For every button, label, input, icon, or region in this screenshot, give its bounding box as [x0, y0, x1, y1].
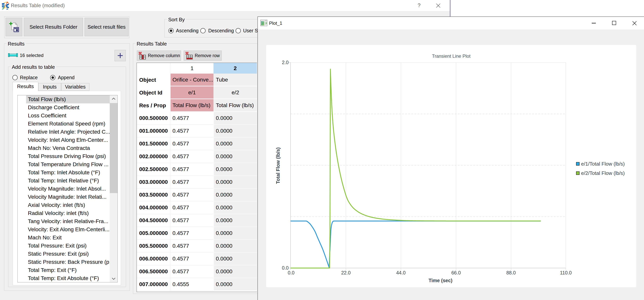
svg-text:e/1/Total Flow (lb/s): e/1/Total Flow (lb/s): [581, 161, 625, 167]
svg-text:Time (sec): Time (sec): [428, 278, 452, 283]
svg-text:e/2/Total Flow (lb/s): e/2/Total Flow (lb/s): [581, 170, 625, 176]
svg-text:2.0: 2.0: [282, 60, 288, 65]
svg-text:66.0: 66.0: [452, 270, 461, 275]
svg-text:0.0: 0.0: [282, 265, 288, 270]
svg-text:0.0: 0.0: [288, 270, 294, 275]
svg-text:Total Flow (lb/s): Total Flow (lb/s): [275, 147, 281, 184]
svg-text:44.0: 44.0: [396, 270, 406, 275]
svg-text:110.0: 110.0: [560, 270, 572, 275]
svg-text:88.0: 88.0: [506, 270, 516, 275]
svg-text:22.0: 22.0: [341, 270, 351, 275]
svg-text:Transient Line Plot: Transient Line Plot: [432, 54, 470, 59]
